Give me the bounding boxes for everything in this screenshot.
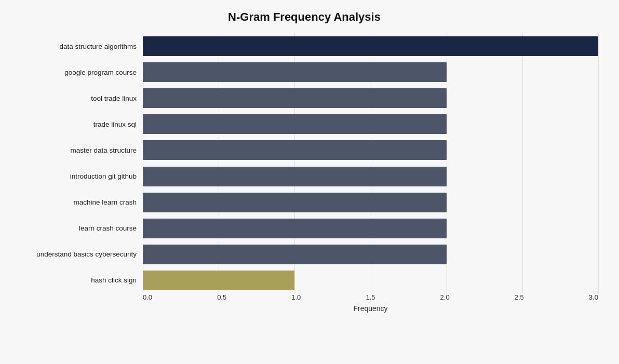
table-row: master data structure xyxy=(10,137,598,163)
bar-fill xyxy=(143,140,447,160)
table-row: tool trade linux xyxy=(10,85,598,111)
bar-fill xyxy=(143,62,447,82)
bar-label: understand basics cybersecurity xyxy=(10,250,143,258)
chart-area: data structure algorithmsgoogle program … xyxy=(10,33,598,314)
bar-label: learn crash course xyxy=(10,224,143,232)
bar-label: data structure algorithms xyxy=(10,43,143,50)
x-axis: 0.00.51.01.52.02.53.0 Frequency xyxy=(143,293,598,314)
x-tick: 1.0 xyxy=(291,293,301,301)
bar-track xyxy=(143,36,598,56)
bar-fill xyxy=(143,271,294,290)
bar-track xyxy=(143,167,598,186)
bar-track xyxy=(143,140,598,160)
table-row: trade linux sql xyxy=(10,111,598,137)
grid-line xyxy=(598,33,599,293)
bar-label: google program course xyxy=(10,69,143,76)
bar-track xyxy=(143,62,598,82)
bar-track xyxy=(143,271,598,290)
bar-label: master data structure xyxy=(10,146,143,154)
bar-track xyxy=(143,88,598,108)
table-row: hash click sign xyxy=(10,267,598,293)
table-row: google program course xyxy=(10,59,598,85)
bar-fill xyxy=(143,36,598,56)
x-axis-label: Frequency xyxy=(143,304,598,313)
bar-label: trade linux sql xyxy=(10,120,143,128)
bar-fill xyxy=(143,114,447,134)
x-axis-ticks: 0.00.51.01.52.02.53.0 xyxy=(143,293,598,301)
table-row: understand basics cybersecurity xyxy=(10,241,598,267)
table-row: data structure algorithms xyxy=(10,33,598,59)
table-row: machine learn crash xyxy=(10,190,598,215)
bar-fill xyxy=(143,167,447,186)
bar-track xyxy=(143,219,598,238)
bar-fill xyxy=(143,245,447,264)
bar-fill xyxy=(143,193,447,212)
bars-section: data structure algorithmsgoogle program … xyxy=(10,33,598,293)
bar-label: introduction git github xyxy=(10,172,143,180)
chart-container: N-Gram Frequency Analysis data structure… xyxy=(0,0,619,364)
bar-track xyxy=(143,114,598,134)
bar-label: tool trade linux xyxy=(10,95,143,102)
x-tick: 2.0 xyxy=(440,293,450,301)
bar-track xyxy=(143,245,598,264)
x-tick: 2.5 xyxy=(515,293,524,301)
x-tick: 0.0 xyxy=(143,293,152,301)
bar-fill xyxy=(143,219,447,238)
chart-title: N-Gram Frequency Analysis xyxy=(10,10,598,24)
x-tick: 1.5 xyxy=(366,293,375,301)
bar-track xyxy=(143,193,598,212)
x-tick: 0.5 xyxy=(217,293,226,301)
x-tick: 3.0 xyxy=(589,293,598,301)
bar-label: hash click sign xyxy=(10,276,143,284)
bar-label: machine learn crash xyxy=(10,198,143,206)
table-row: learn crash course xyxy=(10,215,598,241)
table-row: introduction git github xyxy=(10,163,598,189)
bar-fill xyxy=(143,88,447,108)
